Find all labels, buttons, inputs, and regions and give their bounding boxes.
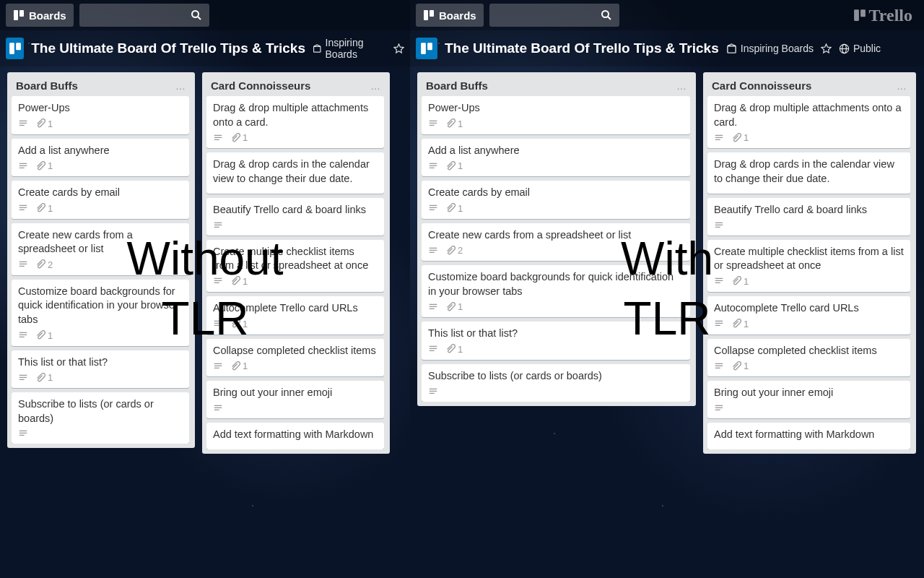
card[interactable]: Collapse completed checklist items 1 [707,339,910,377]
description-icon [428,246,438,256]
cards-container: Drag & drop multiple attachments onto a … [206,96,385,449]
board-logo [416,38,437,59]
list-header: Card Connoisseurs… [206,77,385,96]
attachment-badge: 1 [35,160,53,171]
card[interactable]: Collapse completed checklist items 1 [206,339,384,377]
board-title[interactable]: The Ultimate Board Of Trello Tips & Tric… [445,40,719,56]
card[interactable]: Power-Ups 1 [12,96,189,134]
card[interactable]: Create multiple checklist items from a l… [707,240,910,292]
card[interactable]: Create new cards from a spreadsheet or l… [12,223,189,275]
svg-rect-7 [424,10,428,20]
trello-icon [9,42,22,55]
card[interactable]: Bring out your inner emoji [206,381,384,418]
lists-container[interactable]: Board Buffs…Power-Ups 1Add a list anywhe… [0,66,410,578]
board-title[interactable]: The Ultimate Board Of Trello Tips & Tric… [31,40,305,56]
star-button[interactable] [393,43,404,54]
card-title: Collapse completed checklist items [714,344,904,358]
search-input[interactable] [79,4,209,27]
card[interactable]: Add a list anywhere 1 [12,139,189,177]
inspiring-boards-button[interactable]: Inspiring Boards [313,37,386,60]
card-title: This list or that list? [18,355,183,370]
boards-button[interactable]: Boards [6,4,74,27]
card-badges [428,387,684,397]
card[interactable]: Bring out your inner emoji [707,381,910,418]
svg-rect-12 [860,9,866,17]
search-icon [601,9,612,21]
attachment-badge: 1 [445,301,463,312]
attachment-badge: 1 [230,132,248,143]
card[interactable]: Subscribe to lists (or cards or boards) [12,392,189,444]
attachment-badge: 1 [445,203,463,214]
visibility-label: Public [853,43,881,54]
description-icon [18,161,28,171]
brand-logo[interactable]: Trello [853,6,912,25]
card-badges [714,403,904,413]
card[interactable]: Autocomplete Trello card URLs 1 [707,296,910,335]
card[interactable]: Customize board backgrounds for quick id… [422,265,690,317]
list-menu-button[interactable]: … [676,80,687,92]
card[interactable]: Drag & drop cards in the calendar view t… [206,152,384,194]
card[interactable]: Add text formatting with Markdown [707,423,910,450]
svg-rect-11 [854,9,859,21]
card-title: Bring out your inner emoji [714,386,904,400]
svg-line-10 [608,17,611,20]
attachment-badge: 1 [230,276,248,287]
card[interactable]: Drag & drop cards in the calendar view t… [707,152,910,194]
list-title[interactable]: Card Connoisseurs [712,79,811,92]
lists-container[interactable]: Board Buffs…Power-Ups 1Add a list anywhe… [410,66,924,578]
card[interactable]: Power-Ups 1 [422,96,690,134]
card-title: Power-Ups [18,101,183,116]
boards-button-label: Boards [29,9,66,22]
card[interactable]: Create cards by email 1 [12,181,189,219]
trello-icon [853,9,866,22]
description-icon [428,203,438,213]
board-logo [6,38,24,59]
description-icon [18,118,28,129]
card-badges: 1 [18,372,183,383]
card-title: Autocomplete Trello card URLs [213,301,378,316]
card[interactable]: Add a list anywhere 1 [422,139,690,177]
card-badges [213,403,378,413]
attachment-badge: 1 [230,319,248,329]
boards-button[interactable]: Boards [416,4,484,27]
card[interactable]: Drag & drop multiple attachments onto a … [707,96,910,148]
list: Board Buffs…Power-Ups 1Add a list anywhe… [7,72,195,448]
search-icon [191,9,202,21]
card[interactable]: Add text formatting with Markdown [206,423,384,450]
card-title: Autocomplete Trello card URLs [714,301,904,316]
star-button[interactable] [821,43,832,54]
card[interactable]: Beautify Trello card & board links [206,198,384,236]
card[interactable]: Autocomplete Trello card URLs 1 [206,296,384,335]
card-title: Add a list anywhere [18,144,183,158]
card[interactable]: This list or that list? 1 [12,350,189,389]
list-menu-button[interactable]: … [370,80,381,92]
card-title: Drag & drop multiple attachments onto a … [714,101,904,129]
card-title: Subscribe to lists (or cards or boards) [428,369,684,384]
card[interactable]: Subscribe to lists (or cards or boards) [422,364,690,402]
attachment-badge: 2 [35,259,53,270]
card[interactable]: Create cards by email 1 [422,181,690,219]
card[interactable]: Beautify Trello card & board links [707,198,910,236]
card[interactable]: Customize board backgrounds for quick id… [12,280,189,346]
card[interactable]: This list or that list? 1 [422,322,690,360]
search-input[interactable] [489,4,619,27]
description-icon [213,403,223,413]
list-menu-button[interactable]: … [897,80,907,92]
card-badges: 1 [428,203,684,214]
visibility-button[interactable]: Public [839,43,881,54]
list-header: Board Buffs… [12,77,191,96]
inspiring-boards-button[interactable]: Inspiring Boards [726,43,814,54]
card[interactable]: Create multiple checklist items from a l… [206,240,384,292]
list-title[interactable]: Board Buffs [426,79,488,92]
list-title[interactable]: Board Buffs [16,79,78,92]
card[interactable]: Drag & drop multiple attachments onto a … [206,96,384,148]
attachment-badge: 1 [230,361,248,371]
card-title: Bring out your inner emoji [213,386,378,400]
star-icon [821,43,832,54]
card-title: Customize board backgrounds for quick id… [428,270,684,298]
svg-rect-5 [16,43,21,50]
card[interactable]: Create new cards from a spreadsheet or l… [422,223,690,262]
list-title[interactable]: Card Connoisseurs [211,79,310,92]
list-menu-button[interactable]: … [175,80,186,92]
card-title: This list or that list? [428,327,684,341]
